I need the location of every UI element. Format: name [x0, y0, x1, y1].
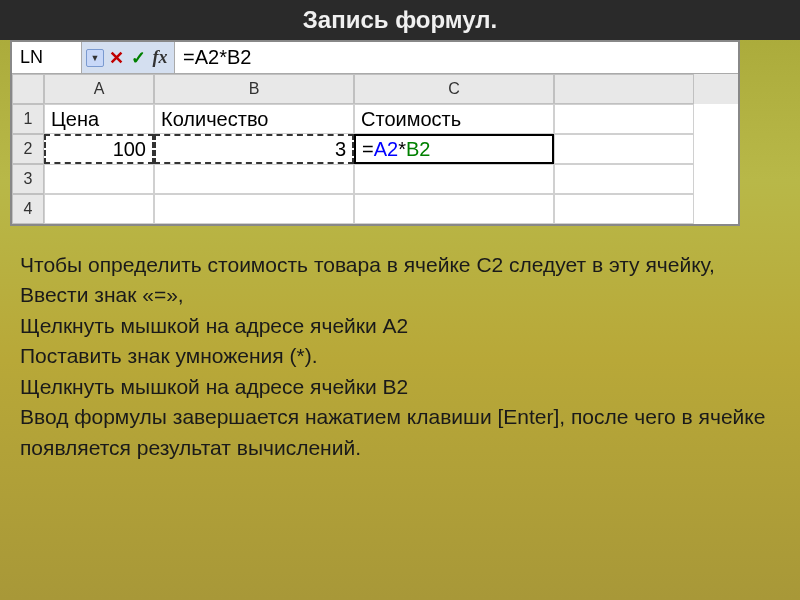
cell-ref-a2: A2 [374, 138, 398, 161]
name-box[interactable]: LN [12, 42, 82, 73]
cell-d3[interactable] [554, 164, 694, 194]
column-header-row: A B C [12, 74, 738, 104]
table-row: 2 100 3 =A2*B2 [12, 134, 738, 164]
explanation-text: Чтобы определить стоимость товара в ячей… [0, 226, 800, 483]
formula-prefix: = [362, 138, 374, 161]
row-header-4[interactable]: 4 [12, 194, 44, 224]
cell-b3[interactable] [154, 164, 354, 194]
cell-b1[interactable]: Количество [154, 104, 354, 134]
excel-window: LN ▼ ✕ ✓ fx =A2*B2 A B C 1 Цена Количест… [10, 40, 740, 226]
select-all-corner[interactable] [12, 74, 44, 104]
column-header-a[interactable]: A [44, 74, 154, 104]
cell-d2[interactable] [554, 134, 694, 164]
row-header-3[interactable]: 3 [12, 164, 44, 194]
table-row: 1 Цена Количество Стоимость [12, 104, 738, 134]
cell-b2[interactable]: 3 [154, 134, 354, 164]
explanation-line: Чтобы определить стоимость товара в ячей… [20, 250, 780, 280]
slide-title: Запись формул. [0, 0, 800, 40]
explanation-line: Ввести знак «=», [20, 280, 780, 310]
explanation-line: Поставить знак умножения (*). [20, 341, 780, 371]
name-box-dropdown-icon[interactable]: ▼ [86, 49, 104, 67]
cell-a2[interactable]: 100 [44, 134, 154, 164]
cell-ref-b2: B2 [406, 138, 430, 161]
explanation-line: Щелкнуть мышкой на адресе ячейки В2 [20, 372, 780, 402]
formula-operator: * [398, 138, 406, 161]
column-header-c[interactable]: C [354, 74, 554, 104]
formula-bar-buttons: ▼ ✕ ✓ fx [82, 42, 174, 73]
row-header-2[interactable]: 2 [12, 134, 44, 164]
cell-c4[interactable] [354, 194, 554, 224]
explanation-line: Щелкнуть мышкой на адресе ячейки А2 [20, 311, 780, 341]
cell-c2[interactable]: =A2*B2 [354, 134, 554, 164]
cell-c1[interactable]: Стоимость [354, 104, 554, 134]
insert-function-button[interactable]: fx [150, 48, 170, 68]
cell-d4[interactable] [554, 194, 694, 224]
cell-a4[interactable] [44, 194, 154, 224]
table-row: 3 [12, 164, 738, 194]
formula-bar: LN ▼ ✕ ✓ fx =A2*B2 [12, 42, 738, 74]
formula-input[interactable]: =A2*B2 [174, 42, 738, 73]
explanation-line: Ввод формулы завершается нажатием клавиш… [20, 402, 780, 463]
cell-c3[interactable] [354, 164, 554, 194]
cancel-formula-button[interactable]: ✕ [106, 48, 126, 68]
cell-a1[interactable]: Цена [44, 104, 154, 134]
confirm-formula-button[interactable]: ✓ [128, 48, 148, 68]
table-row: 4 [12, 194, 738, 224]
column-header-d[interactable] [554, 74, 694, 104]
spreadsheet-grid: A B C 1 Цена Количество Стоимость 2 100 … [12, 74, 738, 224]
row-header-1[interactable]: 1 [12, 104, 44, 134]
cell-a3[interactable] [44, 164, 154, 194]
column-header-b[interactable]: B [154, 74, 354, 104]
cell-b4[interactable] [154, 194, 354, 224]
cell-d1[interactable] [554, 104, 694, 134]
